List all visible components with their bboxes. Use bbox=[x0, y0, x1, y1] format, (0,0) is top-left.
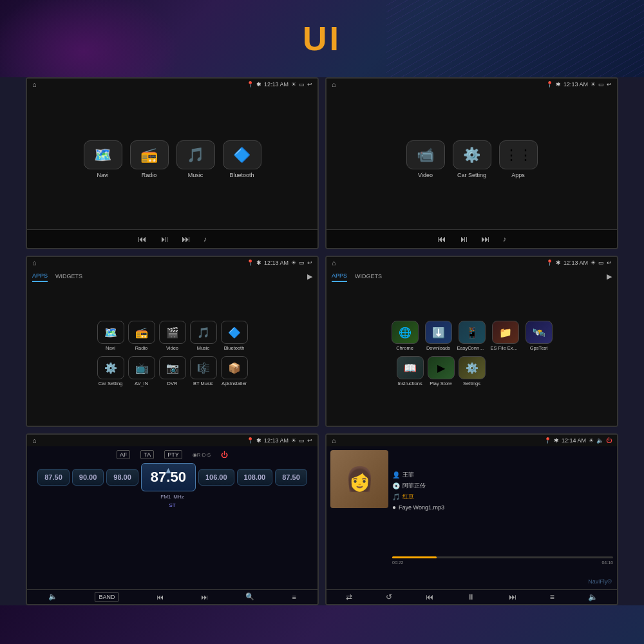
freq-8750b: 87.50 bbox=[275, 469, 307, 486]
app-gpstest[interactable]: 🛰️ GpsTest bbox=[524, 321, 554, 351]
esfile-icon: 📁 bbox=[492, 321, 519, 344]
app-apps[interactable]: ⋮⋮ Apps bbox=[499, 140, 538, 178]
app-radio[interactable]: 📻 Radio bbox=[130, 140, 169, 178]
power-button[interactable]: ⏻ bbox=[221, 451, 228, 459]
music-output-icon[interactable]: 🔈 bbox=[588, 592, 598, 601]
radio-next-button[interactable]: ⏭ bbox=[201, 593, 208, 601]
drawer-video-icon: 🎬 bbox=[159, 321, 186, 344]
brightness-icon: ☀ bbox=[291, 81, 296, 88]
home-icon-4[interactable]: ⌂ bbox=[332, 259, 336, 267]
location-icon: 📍 bbox=[247, 81, 254, 88]
back-icon-3[interactable]: ↩ bbox=[307, 260, 312, 266]
home-icon-6[interactable]: ⌂ bbox=[332, 437, 336, 444]
drawer-carsetting-label: Car Setting bbox=[99, 381, 123, 386]
app-chrome[interactable]: 🌐 Chrome bbox=[390, 321, 420, 351]
screen-icon-5: ▭ bbox=[299, 437, 305, 444]
freq-10800: 108.00 bbox=[237, 469, 273, 486]
drawer-video[interactable]: 🎬 Video bbox=[159, 321, 186, 351]
status-bar-3: ⌂ 📍 ✱ 12:13 AM ☀ ▭ ↩ bbox=[27, 257, 317, 269]
drawer-music[interactable]: 🎵 Music bbox=[190, 321, 217, 351]
apps-label: Apps bbox=[511, 172, 525, 178]
play-icon-4[interactable]: ▶ bbox=[607, 272, 612, 281]
time-display-4: 12:13 AM bbox=[564, 260, 588, 266]
drawer-bluetooth-icon: 🔷 bbox=[221, 321, 248, 344]
app-esfile[interactable]: 📁 ES File Explorer bbox=[491, 321, 520, 351]
ta-button[interactable]: TA bbox=[140, 450, 154, 459]
search-icon[interactable]: 🔍 bbox=[245, 592, 254, 601]
tab-widgets[interactable]: WIDGETS bbox=[55, 272, 82, 281]
time-total: 04:16 bbox=[601, 560, 613, 565]
app-video[interactable]: 📹 Video bbox=[406, 140, 445, 178]
drawer-carsetting[interactable]: ⚙️ Car Setting bbox=[97, 356, 124, 386]
app-playstore[interactable]: ▶ Play Store bbox=[428, 356, 455, 386]
radio-prev-button[interactable]: ⏮ bbox=[156, 593, 164, 601]
music-power-icon[interactable]: ⏻ bbox=[606, 437, 612, 444]
home-icon[interactable]: ⌂ bbox=[32, 80, 37, 88]
back-icon-4[interactable]: ↩ bbox=[607, 260, 612, 266]
af-button[interactable]: AF bbox=[117, 450, 131, 459]
music-note-icon-2: ♪ bbox=[503, 235, 507, 243]
app-carsetting[interactable]: ⚙️ Car Setting bbox=[453, 140, 491, 178]
status-bar-5: ⌂ 📍 ✱ 12:13 AM ☀ ▭ ↩ bbox=[27, 435, 317, 446]
drawer-carsetting-icon: ⚙️ bbox=[97, 356, 124, 379]
next-button[interactable]: ⏭ bbox=[182, 234, 191, 244]
status-bar-1: ⌂ 📍 ✱ 12:13 AM ☀ ▭ ↩ bbox=[27, 79, 317, 90]
shuffle-button[interactable]: ⇄ bbox=[346, 592, 352, 601]
drawer-bluetooth[interactable]: 🔷 Bluetooth bbox=[221, 321, 248, 351]
app-music[interactable]: 🎵 Music bbox=[176, 140, 215, 178]
repeat-button[interactable]: ↺ bbox=[386, 592, 392, 601]
app-drawer-tabs: APPS WIDGETS ▶ bbox=[27, 269, 317, 282]
app-bluetooth[interactable]: 🔷 Bluetooth bbox=[223, 140, 261, 178]
progress-bar-track[interactable] bbox=[392, 556, 613, 558]
dot-icon: ● bbox=[392, 504, 396, 511]
back-icon-2[interactable]: ↩ bbox=[607, 81, 612, 88]
radio-label: Radio bbox=[142, 172, 157, 178]
carsetting-label: Car Setting bbox=[457, 172, 486, 178]
time-display-5: 12:13 AM bbox=[264, 437, 289, 444]
drawer-radio-label: Radio bbox=[135, 345, 148, 351]
home-icon-5[interactable]: ⌂ bbox=[32, 437, 37, 444]
playlist-icon[interactable]: ≡ bbox=[550, 592, 554, 601]
time-current: 00:22 bbox=[392, 560, 404, 565]
screen-icon-4: ▭ bbox=[598, 260, 604, 266]
home-icon-3[interactable]: ⌂ bbox=[32, 259, 37, 267]
drawer-btmusic[interactable]: 🎼 BT Music bbox=[190, 356, 217, 386]
music-next-button[interactable]: ⏭ bbox=[509, 592, 516, 601]
gpstest-label: GpsTest bbox=[530, 345, 548, 351]
next-button-2[interactable]: ⏭ bbox=[481, 234, 490, 244]
prev-button-2[interactable]: ⏮ bbox=[437, 234, 446, 244]
pty-button[interactable]: PTY bbox=[164, 450, 182, 459]
frequency-display: 87.50 90.00 98.00 ▲ 87.50 106.00 108.00 … bbox=[32, 463, 312, 491]
music-play-button[interactable]: ⏸ bbox=[467, 592, 475, 601]
music-prev-button[interactable]: ⏮ bbox=[426, 592, 433, 601]
drawer-avin[interactable]: 📺 AV_IN bbox=[128, 356, 155, 386]
volume-icon[interactable]: 🔈 bbox=[48, 592, 57, 601]
app-settings[interactable]: ⚙️ Settings bbox=[459, 356, 486, 386]
app-instructions[interactable]: 📖 Instructions bbox=[397, 356, 424, 386]
prev-button[interactable]: ⏮ bbox=[138, 234, 147, 244]
play-pause-button-2[interactable]: ⏯ bbox=[459, 234, 468, 244]
app-navi[interactable]: 🗺️ Navi bbox=[84, 140, 122, 178]
unit-label: MHz bbox=[173, 494, 184, 500]
band-button[interactable]: BAND bbox=[95, 592, 118, 601]
list-icon[interactable]: ≡ bbox=[292, 593, 296, 601]
bt-icon-3: ✱ bbox=[256, 260, 261, 266]
tab-apps-4[interactable]: APPS bbox=[332, 271, 347, 282]
play-icon[interactable]: ▶ bbox=[307, 272, 312, 281]
play-pause-button[interactable]: ⏯ bbox=[160, 234, 169, 244]
freq-band-labels: FM1 MHz bbox=[32, 494, 312, 500]
back-icon[interactable]: ↩ bbox=[307, 81, 312, 88]
drawer-dvr[interactable]: 📷 DVR bbox=[159, 356, 186, 386]
drawer-radio[interactable]: 📻 Radio bbox=[128, 321, 155, 351]
app-downloads[interactable]: ⬇️ Downloads bbox=[424, 321, 453, 351]
home-icon-2[interactable]: ⌂ bbox=[332, 80, 336, 88]
drawer-navi[interactable]: 🗺️ Navi bbox=[97, 321, 124, 351]
drawer-video-label: Video bbox=[166, 345, 178, 351]
app-drawer-body: 🗺️ Navi 📻 Radio 🎬 Video 🎵 Music 🔷 bbox=[27, 282, 317, 426]
drawer-apkinstaller[interactable]: 📦 ApkInstaller bbox=[221, 356, 248, 386]
freq-arrow-icon: ▲ bbox=[164, 465, 173, 475]
back-icon-5[interactable]: ↩ bbox=[307, 437, 312, 444]
tab-widgets-4[interactable]: WIDGETS bbox=[355, 272, 382, 281]
app-easyconn[interactable]: 📱 EasyConnecti... bbox=[457, 321, 487, 351]
tab-apps[interactable]: APPS bbox=[32, 271, 48, 282]
